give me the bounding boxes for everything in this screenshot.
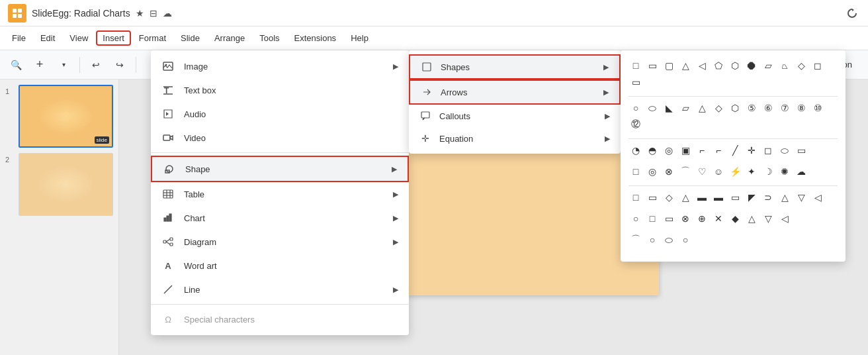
shape-corner[interactable]: ⌐ [711, 143, 726, 158]
redo-btn[interactable]: ↪ [109, 54, 130, 76]
menu-row-shape[interactable]: Shape ▶ [151, 156, 409, 182]
shape-moon[interactable]: ☽ [761, 164, 775, 179]
shape-ellipse[interactable]: ⬭ [645, 101, 660, 115]
shape-submenu-callouts[interactable]: Callouts ▶ [409, 105, 621, 127]
history-icon[interactable] [844, 5, 860, 21]
shape-r6-1[interactable]: ○ [629, 211, 643, 226]
shape-square[interactable]: □ [629, 58, 643, 73]
shape-heart[interactable]: ♡ [695, 164, 709, 179]
shape-submenu-arrows[interactable]: Arrows ▶ [409, 79, 621, 105]
shape-rect[interactable]: ▭ [645, 58, 660, 73]
shape-chord[interactable]: ◓ [645, 143, 660, 158]
menu-row-image[interactable]: Image ▶ [151, 54, 409, 78]
shape-r6-2[interactable]: □ [645, 211, 660, 226]
shape-plaque[interactable]: ◻ [761, 143, 775, 158]
shape-trap[interactable]: ⏢ [777, 58, 792, 73]
shape-rarrow[interactable]: □ [629, 190, 643, 205]
shape-para[interactable]: ▱ [761, 58, 775, 73]
shape-r7-2[interactable]: ○ [645, 232, 660, 247]
shape-larrow[interactable]: ▭ [645, 190, 660, 205]
shape-r7-1[interactable]: ⌒ [629, 232, 643, 247]
shape-12[interactable]: ⑫ [629, 117, 643, 132]
shape-round-rect[interactable]: ▢ [662, 58, 676, 73]
shape-wave[interactable]: ⊗ [662, 164, 676, 179]
shape-dbl-wave[interactable]: ⌒ [678, 164, 693, 179]
shape-halfframe[interactable]: ⌐ [695, 143, 709, 158]
shape-uarrow[interactable]: ◇ [662, 190, 676, 205]
shape-uarrow2[interactable]: ▭ [728, 190, 742, 205]
menu-insert[interactable]: Insert [96, 30, 131, 46]
shape-r7-4[interactable]: ○ [678, 232, 693, 247]
shape-r6-8[interactable]: △ [744, 211, 759, 226]
folder-icon[interactable]: ⊟ [150, 8, 157, 19]
shape-r6-3[interactable]: ▭ [662, 211, 676, 226]
shape-can[interactable]: ⬭ [777, 143, 792, 158]
menu-help[interactable]: Help [344, 30, 375, 46]
shape-pie[interactable]: ◔ [629, 143, 643, 158]
shape-hex2[interactable]: ⬡ [728, 101, 742, 115]
shape-5[interactable]: ⑤ [744, 101, 759, 115]
shape-6[interactable]: ⑥ [761, 101, 775, 115]
shape-r7-3[interactable]: ⬭ [662, 232, 676, 247]
slide-preview-2[interactable] [19, 153, 113, 216]
shape-pent[interactable]: ⬠ [711, 58, 726, 73]
undo-btn[interactable]: ↩ [85, 54, 107, 76]
menu-row-line[interactable]: Line ▶ [151, 278, 409, 301]
shape-diam2[interactable]: ◇ [711, 101, 726, 115]
menu-tools[interactable]: Tools [253, 30, 286, 46]
menu-format[interactable]: Format [132, 30, 173, 46]
shape-darrow[interactable]: △ [678, 190, 693, 205]
menu-file[interactable]: File [5, 30, 32, 46]
menu-row-chart[interactable]: Chart ▶ [151, 206, 409, 230]
shape-tri2[interactable]: △ [695, 101, 709, 115]
shape-no-sym[interactable]: ◎ [645, 164, 660, 179]
shape-sun[interactable]: ✦ [744, 164, 759, 179]
menu-slide[interactable]: Slide [174, 30, 206, 46]
menu-row-special[interactable]: Ω Special characters [151, 307, 409, 331]
shape-uarrow3[interactable]: △ [777, 190, 792, 205]
shape-para2[interactable]: ▱ [678, 101, 693, 115]
shape-darrow3[interactable]: ▽ [794, 190, 808, 205]
shape-r6-9[interactable]: ▽ [761, 211, 775, 226]
shape-bend[interactable]: ⊃ [761, 190, 775, 205]
cloud-icon[interactable]: ☁ [163, 8, 172, 19]
menu-row-table[interactable]: Table ▶ [151, 182, 409, 206]
shape-oct[interactable]: ⯃ [744, 58, 759, 73]
shape-darrow2[interactable]: ◤ [744, 190, 759, 205]
shape-right-tri[interactable]: ◁ [695, 58, 709, 73]
shape-rtri2[interactable]: ◣ [662, 101, 676, 115]
shape-7[interactable]: ⑦ [777, 101, 792, 115]
zoom-dropdown[interactable]: ▾ [53, 54, 74, 76]
shape-hex[interactable]: ⬡ [728, 58, 742, 73]
shape-r6-10[interactable]: ◁ [777, 211, 792, 226]
menu-row-diagram[interactable]: Diagram ▶ [151, 230, 409, 254]
search-btn[interactable]: 🔍 [5, 54, 26, 76]
shape-diam[interactable]: ◇ [794, 58, 808, 73]
shape-r6-4[interactable]: ⊗ [678, 211, 693, 226]
shape-r6-6[interactable]: ✕ [711, 211, 726, 226]
menu-extensions[interactable]: Extensions [288, 30, 343, 46]
shape-round[interactable]: ◻ [810, 58, 825, 73]
shape-r6-7[interactable]: ◆ [728, 211, 742, 226]
shape-8[interactable]: ⑧ [794, 101, 808, 115]
menu-view[interactable]: View [63, 30, 95, 46]
shape-cross[interactable]: ✺ [777, 164, 792, 179]
menu-arrange[interactable]: Arrange [208, 30, 251, 46]
shape-r6-5[interactable]: ⊕ [695, 211, 709, 226]
shape-submenu-shapes[interactable]: Shapes ▶ [409, 54, 621, 79]
shape-larrow2[interactable]: ▬ [695, 190, 709, 205]
shape-donut[interactable]: ◎ [662, 143, 676, 158]
shape-larrow3[interactable]: ◁ [810, 190, 825, 205]
star-icon[interactable]: ★ [136, 8, 144, 19]
shape-rarrow2[interactable]: ▬ [711, 190, 726, 205]
shape-triangle[interactable]: △ [678, 58, 693, 73]
slide-preview-1[interactable]: slide [19, 85, 113, 148]
shape-smiley[interactable]: ☺ [711, 164, 726, 179]
shape-lightning[interactable]: ⚡ [728, 164, 742, 179]
shape-cube[interactable]: ▭ [794, 143, 808, 158]
menu-row-wordart[interactable]: A Word art [151, 254, 409, 278]
shape-circle[interactable]: ○ [629, 101, 643, 115]
menu-row-audio[interactable]: Audio [151, 102, 409, 126]
shape-cloud[interactable]: ☁ [794, 164, 808, 179]
shape-submenu-equation[interactable]: ✛ Equation ▶ [409, 127, 621, 150]
